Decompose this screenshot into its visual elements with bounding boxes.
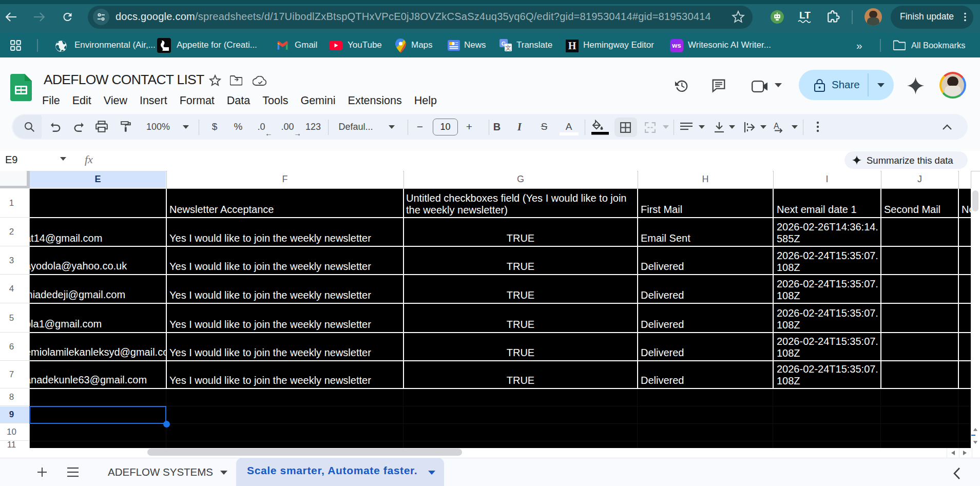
svg-text:文: 文 (505, 44, 511, 51)
svg-text:A: A (774, 122, 779, 130)
